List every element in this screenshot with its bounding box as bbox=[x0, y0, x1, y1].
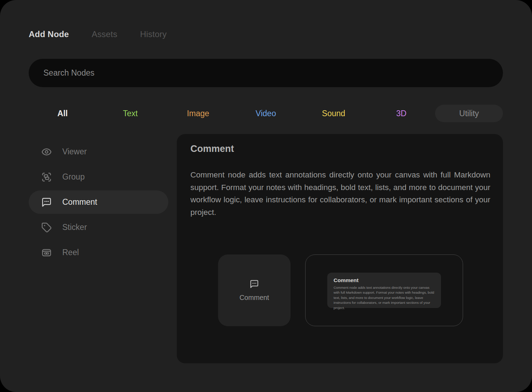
node-item-label: Reel bbox=[62, 248, 79, 257]
node-item-sticker[interactable]: Sticker bbox=[29, 216, 168, 239]
node-preview-card: Comment Comment node adds text annotatio… bbox=[305, 254, 463, 326]
tab-history[interactable]: History bbox=[140, 29, 167, 39]
category-utility-pill[interactable]: Utility bbox=[435, 105, 503, 122]
node-preview-tile-label: Comment bbox=[239, 294, 269, 302]
category-video[interactable]: Video bbox=[232, 105, 300, 122]
node-previews: Comment Comment Comment node adds text a… bbox=[218, 254, 463, 326]
category-utility[interactable]: Utility bbox=[435, 105, 503, 122]
node-item-reel[interactable]: Reel bbox=[29, 241, 168, 264]
node-item-group[interactable]: Group bbox=[29, 165, 168, 189]
category-3d[interactable]: 3D bbox=[368, 105, 435, 122]
comment-icon bbox=[250, 279, 259, 290]
node-item-label: Group bbox=[62, 172, 85, 182]
tag-icon bbox=[41, 222, 52, 233]
reel-icon bbox=[41, 247, 52, 258]
node-list: Viewer Group Comment bbox=[29, 140, 168, 264]
category-all[interactable]: All bbox=[29, 105, 97, 122]
category-text[interactable]: Text bbox=[97, 105, 164, 122]
node-detail-description: Comment node adds text annotations direc… bbox=[190, 169, 490, 219]
node-preview-tile: Comment bbox=[218, 254, 290, 326]
search-bar bbox=[29, 59, 503, 87]
node-item-label: Sticker bbox=[62, 223, 87, 232]
tab-assets[interactable]: Assets bbox=[92, 29, 117, 39]
comment-icon bbox=[41, 197, 52, 208]
comment-node-description: Comment node adds text annotations direc… bbox=[334, 285, 435, 310]
tab-add-node[interactable]: Add Node bbox=[29, 29, 69, 39]
node-item-comment[interactable]: Comment bbox=[29, 190, 168, 214]
category-image[interactable]: Image bbox=[164, 105, 232, 122]
eye-icon bbox=[41, 147, 52, 157]
comment-node-preview: Comment Comment node adds text annotatio… bbox=[327, 273, 441, 308]
add-node-dialog: Add Node Assets History All Text Image V… bbox=[0, 0, 532, 392]
node-item-viewer[interactable]: Viewer bbox=[29, 140, 168, 163]
node-detail-panel: Comment Comment node adds text annotatio… bbox=[177, 134, 503, 363]
node-item-label: Viewer bbox=[62, 147, 87, 156]
header-tabs: Add Node Assets History bbox=[29, 29, 167, 39]
category-filters: All Text Image Video Sound 3D Utility bbox=[29, 105, 503, 122]
node-detail-title: Comment bbox=[190, 144, 234, 154]
comment-node-title: Comment bbox=[334, 277, 435, 284]
category-sound[interactable]: Sound bbox=[300, 105, 368, 122]
node-item-label: Comment bbox=[62, 197, 97, 207]
group-icon bbox=[41, 172, 52, 182]
search-input[interactable] bbox=[43, 68, 489, 78]
